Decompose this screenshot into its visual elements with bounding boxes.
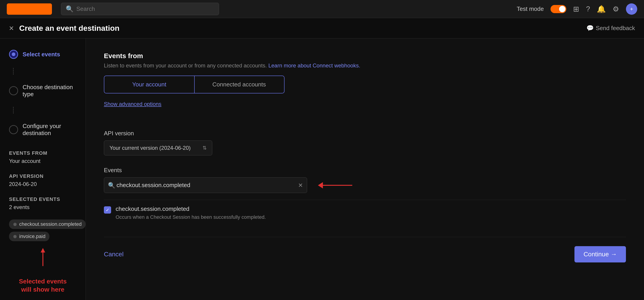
events-from-description: Listen to events from your account or fr… <box>104 62 626 69</box>
selected-events-title: Selected events <box>9 196 76 202</box>
event-tags: ⊗ checkout.session.completed ⊗ invoice.p… <box>9 219 76 241</box>
test-mode-label: Test mode <box>517 6 544 13</box>
event-tag-invoice: ⊗ invoice.paid <box>9 232 50 241</box>
annotation-arrow-up <box>9 248 76 266</box>
continue-button[interactable]: Continue → <box>574 246 626 262</box>
step-choose-destination[interactable]: Choose destination type <box>9 84 76 98</box>
modal-title: Create an event destination <box>19 24 120 33</box>
search-icon: 🔍 <box>66 5 74 13</box>
events-from-title: Events from <box>9 150 76 156</box>
arrow-head-icon <box>318 182 323 189</box>
checkmark-icon: ✓ <box>106 207 110 213</box>
step-select-events[interactable]: Select events <box>9 50 76 59</box>
event-tag-invoice-label: invoice.paid <box>19 233 46 239</box>
step-label-2: Choose destination type <box>22 84 76 98</box>
nav-right-controls: Test mode ⊞ ? 🔔 ⚙ + <box>517 4 637 15</box>
connect-webhooks-link[interactable]: Learn more about Connect webhooks. <box>268 62 360 69</box>
annotation-text: Selected eventswill show here <box>9 277 76 294</box>
top-navigation: 🔍 Test mode ⊞ ? 🔔 ⚙ + <box>0 0 644 18</box>
grid-icon[interactable]: ⊞ <box>573 5 579 13</box>
content-footer: Cancel Continue → <box>104 237 626 262</box>
event-item-checkout: ✓ checkout.session.completed Occurs when… <box>104 200 626 226</box>
api-version-dropdown[interactable]: Your current version (2024-06-20) ⇅ <box>104 140 212 156</box>
event-name: checkout.session.completed <box>116 205 266 212</box>
step-configure[interactable]: Configure your destination <box>9 123 76 137</box>
events-search-icon: 🔍 <box>108 182 115 189</box>
stripe-logo <box>7 4 52 15</box>
svg-marker-1 <box>41 248 45 252</box>
events-from-value: Your account <box>9 158 76 164</box>
main-layout: Select events Choose destination type Co… <box>0 39 644 300</box>
selected-events-section: Selected events 2 events <box>9 196 76 210</box>
user-avatar[interactable]: + <box>626 4 637 15</box>
step-connector-1 <box>13 68 14 75</box>
advanced-options-link[interactable]: Show advanced options <box>104 101 162 107</box>
step-circle-3 <box>9 125 18 134</box>
settings-icon[interactable]: ⚙ <box>612 5 619 13</box>
arrow-line <box>323 185 352 186</box>
cancel-button[interactable]: Cancel <box>104 251 124 258</box>
api-version-form-label: API version <box>104 130 626 137</box>
account-tabs: Your account Connected accounts <box>104 76 284 93</box>
test-mode-toggle[interactable] <box>550 5 566 13</box>
selected-events-count: 2 events <box>9 204 76 210</box>
step-label-1: Select events <box>22 51 60 58</box>
annotation-area: Selected eventswill show here <box>9 248 76 294</box>
step-circle-1 <box>9 50 18 59</box>
step-label-3: Configure your destination <box>22 123 76 137</box>
step-list: Select events Choose destination type Co… <box>9 50 76 137</box>
search-bar[interactable]: 🔍 <box>61 3 219 15</box>
dropdown-arrows-icon: ⇅ <box>202 145 206 151</box>
connected-accounts-tab[interactable]: Connected accounts <box>194 76 284 93</box>
events-from-section: Events from Your account <box>9 150 76 164</box>
api-version-group: API version Your current version (2024-0… <box>104 130 626 156</box>
api-version-title: API version <box>9 173 76 179</box>
sidebar-info: Events from Your account API version 202… <box>9 150 76 294</box>
feedback-icon: 💬 <box>586 25 594 32</box>
content-area: Events from Listen to events from your a… <box>86 39 644 300</box>
send-feedback-button[interactable]: 💬 Send feedback <box>586 25 635 32</box>
close-icon[interactable]: × <box>9 24 14 33</box>
events-from-section-title: Events from <box>104 52 626 60</box>
search-arrow-annotation <box>318 182 352 189</box>
bell-icon[interactable]: 🔔 <box>597 5 606 13</box>
clear-search-icon[interactable]: ✕ <box>298 182 303 189</box>
api-version-section: API version 2024-06-20 <box>9 173 76 187</box>
event-tag-checkout-label: checkout.session.completed <box>19 221 82 227</box>
api-version-value: 2024-06-20 <box>9 181 76 187</box>
search-input[interactable] <box>76 6 214 13</box>
step-connector-2 <box>13 107 14 114</box>
event-description: Occurs when a Checkout Session has been … <box>116 214 266 220</box>
remove-checkout-icon[interactable]: ⊗ <box>13 221 17 227</box>
modal-header: × Create an event destination 💬 Send fee… <box>0 18 644 39</box>
events-group: Events 🔍 ✕ ✓ checkout.session.completed <box>104 167 626 226</box>
checkout-checkbox[interactable]: ✓ <box>104 206 111 214</box>
event-item-info: checkout.session.completed Occurs when a… <box>116 205 266 220</box>
remove-invoice-icon[interactable]: ⊗ <box>13 234 17 239</box>
sidebar: Select events Choose destination type Co… <box>0 39 86 300</box>
your-account-tab[interactable]: Your account <box>104 76 195 93</box>
events-search-input[interactable] <box>104 177 307 193</box>
step-circle-2 <box>9 86 18 95</box>
event-tag-checkout: ⊗ checkout.session.completed <box>9 219 86 229</box>
events-search-container: 🔍 ✕ <box>104 177 307 193</box>
events-form-label: Events <box>104 167 626 174</box>
help-icon[interactable]: ? <box>586 5 590 13</box>
events-from-group: Events from Listen to events from your a… <box>104 52 626 118</box>
api-version-dropdown-value: Your current version (2024-06-20) <box>110 145 190 151</box>
